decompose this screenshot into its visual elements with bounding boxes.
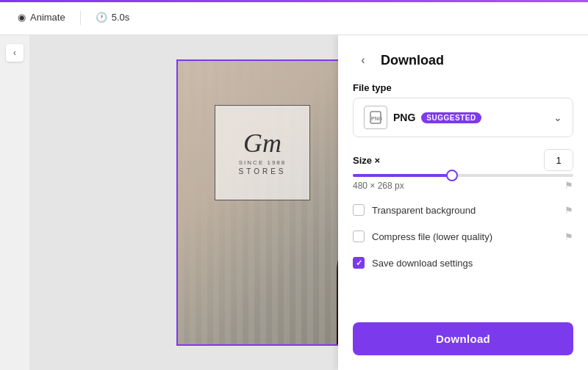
file-type-left: PNG PNG SUGGESTED [364,106,481,129]
download-button[interactable]: Download [353,322,573,355]
chevron-down-icon: ⌄ [553,112,562,123]
size-slider-container [353,174,573,177]
compress-option-row: Compress file (lower quality) ⚑ [353,229,573,244]
transparent-info-icon: ⚑ [564,205,573,216]
info-icon: ⚑ [564,180,573,191]
save-settings-option-row: Save download settings [353,255,573,270]
animate-label: Animate [30,12,65,23]
save-settings-checkbox[interactable] [353,257,365,269]
size-dims-row: 480 × 268 px ⚑ [353,180,573,191]
transparent-option-left: Transparent background [353,204,476,216]
size-row: Size × 1 [353,149,573,171]
file-type-label: File type [353,82,573,93]
size-section: Size × 1 480 × 268 px ⚑ [353,149,573,191]
panel-title: Download [381,53,444,68]
size-label: Size × [353,155,380,166]
size-dims-text: 480 × 268 px [353,181,404,191]
file-type-selector[interactable]: PNG PNG SUGGESTED ⌄ [353,98,573,137]
suggested-badge: SUGGESTED [421,112,481,123]
transparent-checkbox[interactable] [353,204,365,216]
back-icon: ‹ [361,54,365,67]
slider-track [353,174,573,177]
compress-label: Compress file (lower quality) [372,231,492,242]
png-icon: PNG [364,106,387,129]
size-value-box[interactable]: 1 [544,149,573,171]
clock-icon: 🕐 [96,12,107,23]
main-area: ‹ Gm SINCE 1988 STORES ‹ Download [0,35,588,370]
animate-button[interactable]: ◉ Animate [9,7,74,27]
file-type-name: PNG [393,112,415,123]
logo-since: SINCE 1988 [239,159,286,166]
slider-thumb[interactable] [446,170,458,181]
size-value: 1 [556,155,561,166]
compress-option-left: Compress file (lower quality) [353,231,492,242]
compress-info-icon: ⚑ [564,231,573,242]
transparent-label: Transparent background [372,205,476,216]
slider-fill [353,174,452,177]
save-settings-option-left: Save download settings [353,257,473,269]
save-settings-label: Save download settings [372,258,473,269]
canvas-area: Gm SINCE 1988 STORES ‹ Download File typ… [29,35,588,370]
accent-bar [0,0,588,2]
file-type-section: File type PNG PNG SUGGESTED ⌄ [353,82,573,137]
animate-icon: ◉ [18,12,26,23]
logo-box: Gm SINCE 1988 STORES [215,105,310,200]
toolbar: ◉ Animate 🕐 5.0s [0,0,588,35]
duration-button[interactable]: 🕐 5.0s [87,7,139,27]
compress-checkbox[interactable] [353,231,365,242]
back-button[interactable]: ‹ [353,50,373,70]
logo-stores: STORES [239,167,287,175]
left-sidebar-strip: ‹ [0,35,29,370]
collapse-arrow[interactable]: ‹ [6,44,24,62]
download-panel: ‹ Download File type PNG PNG [338,35,588,370]
panel-header: ‹ Download [353,50,573,70]
duration-label: 5.0s [112,12,130,23]
transparent-option-row: Transparent background ⚑ [353,203,573,217]
logo-script: Gm [243,130,282,156]
toolbar-divider [80,10,81,25]
svg-text:PNG: PNG [371,116,383,121]
